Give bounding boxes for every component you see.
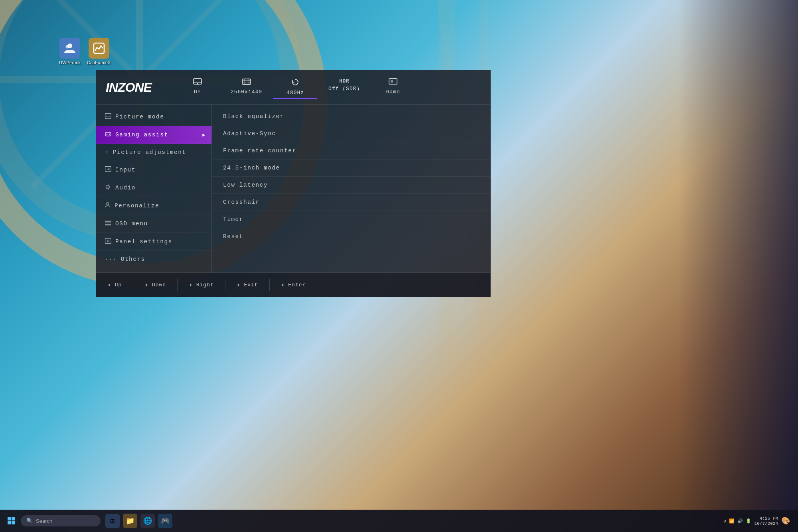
right-item-timer[interactable]: Timer: [212, 211, 490, 228]
sidebar-item-picture-mode[interactable]: Picture mode: [96, 108, 211, 126]
desktop-icon-capframex[interactable]: CapFrameX: [87, 38, 111, 65]
taskbar: 🔍 Search ⊡ 📁 🌐 🎮 ∧ 📶 🔊 🔋 4:25 PM 10/7/20…: [0, 510, 798, 532]
search-placeholder: Search: [36, 518, 52, 524]
capframex-icon: [89, 38, 109, 59]
sidebar-item-personalize[interactable]: Personalize: [96, 197, 211, 215]
osd-topbar: INZONE DP 2560x1440 480Hz: [96, 70, 490, 105]
sidebar-item-osd-menu[interactable]: OSD menu: [96, 215, 211, 233]
picture-adjustment-icon: ≡: [105, 149, 109, 156]
uwpfrook-label: UWPFrook: [59, 60, 81, 65]
status-mode[interactable]: Game: [371, 76, 415, 99]
taskbar-sys: ∧ 📶 🔊 🔋 4:25 PM 10/7/2024 🎨: [724, 516, 795, 526]
picture-adjustment-label: Picture adjustment: [113, 149, 186, 156]
status-hdr[interactable]: HDR Off (SDR): [317, 76, 371, 99]
svg-point-25: [107, 134, 108, 135]
right-item-low-latency[interactable]: Low latency: [212, 177, 490, 194]
sys-icons: ∧ 📶 🔊 🔋: [724, 518, 751, 524]
right-item-reset[interactable]: Reset: [212, 228, 490, 245]
osd-main: Picture mode Gaming assist ≡ Picture adj…: [96, 105, 490, 272]
status-resolution[interactable]: 2560x1440: [219, 76, 273, 99]
resolution-label: 2560x1440: [231, 89, 262, 95]
svg-rect-38: [8, 517, 11, 520]
osd-status-items: DP 2560x1440 480Hz HDR Off (SDR): [176, 76, 481, 99]
osd-menu-label: OSD menu: [115, 221, 148, 227]
up-label: Up: [115, 282, 122, 288]
sidebar-item-panel-settings[interactable]: Panel settings: [96, 233, 211, 251]
osd-menu-icon: [105, 220, 111, 227]
sidebar-item-picture-adjustment[interactable]: ≡ Picture adjustment: [96, 144, 211, 161]
osd-right-panel: Black equalizer Adaptive-Sync Frame rate…: [212, 105, 490, 272]
sidebar-item-others[interactable]: ··· Others: [96, 251, 211, 268]
sidebar-item-audio[interactable]: Audio: [96, 179, 211, 197]
taskbar-search[interactable]: 🔍 Search: [21, 515, 101, 526]
search-icon: 🔍: [26, 518, 33, 524]
24-5-inch-label: 24.5-inch mode: [223, 165, 280, 171]
sidebar-item-input[interactable]: Input: [96, 161, 211, 179]
black-equalizer-label: Black equalizer: [223, 113, 284, 120]
right-item-adaptive-sync[interactable]: Adaptive-Sync: [212, 125, 490, 142]
start-button[interactable]: [3, 513, 19, 529]
mode-label: Game: [386, 89, 400, 95]
picture-mode-icon: [105, 113, 111, 120]
uwpfrook-icon: [59, 38, 80, 59]
input-icon: [193, 78, 202, 87]
svg-rect-39: [12, 517, 15, 520]
status-refresh[interactable]: 480Hz: [273, 76, 317, 99]
hdr-label: Off (SDR): [328, 86, 360, 92]
audio-icon: [105, 184, 111, 191]
right-item-black-equalizer[interactable]: Black equalizer: [212, 108, 490, 125]
enter-label: Enter: [288, 282, 306, 288]
svg-rect-36: [105, 238, 111, 244]
low-latency-label: Low latency: [223, 182, 268, 188]
nav-up-button[interactable]: ✦ Up: [96, 278, 133, 292]
svg-rect-22: [105, 114, 111, 119]
refresh-label: 480Hz: [286, 90, 304, 96]
taskbar-icon-folder[interactable]: 📁: [123, 514, 137, 528]
right-item-24-5-inch[interactable]: 24.5-inch mode: [212, 160, 490, 177]
personalize-icon: [105, 202, 111, 209]
nav-exit-button[interactable]: ✦ Exit: [225, 278, 269, 292]
desktop-icon-uwpfrook[interactable]: UWPFrook: [59, 38, 81, 65]
gaming-assist-icon: [105, 131, 111, 138]
svg-marker-30: [106, 185, 109, 189]
sidebar-item-gaming-assist[interactable]: Gaming assist: [96, 126, 211, 144]
down-nav-icon: ✦: [144, 281, 149, 289]
right-item-crosshair[interactable]: Crosshair: [212, 194, 490, 211]
nav-right-button[interactable]: ✦ Right: [178, 278, 225, 292]
audio-label: Audio: [115, 185, 136, 191]
picture-mode-label: Picture mode: [115, 114, 164, 120]
panel-settings-icon: [105, 238, 111, 245]
svg-rect-21: [391, 80, 393, 83]
taskbar-icons: ⊡ 📁 🌐 🎮: [105, 514, 172, 528]
svg-rect-40: [8, 521, 11, 524]
sys-time: 4:25 PM: [760, 516, 778, 521]
adaptive-sync-label: Adaptive-Sync: [223, 130, 276, 137]
hdr-icon: HDR: [339, 78, 349, 84]
right-item-frame-rate-counter[interactable]: Frame rate counter: [212, 142, 490, 160]
osd-bottom-nav: ✦ Up ✦ Down ✦ Right ✦ Exit ✦ Enter: [96, 272, 490, 297]
svg-rect-24: [105, 132, 111, 136]
up-nav-icon: ✦: [107, 281, 112, 289]
others-label: Others: [121, 256, 145, 262]
osd-sidebar: Picture mode Gaming assist ≡ Picture adj…: [96, 105, 212, 272]
others-icon: ···: [105, 256, 117, 262]
crosshair-label: Crosshair: [223, 199, 260, 205]
taskbar-icon-chrome[interactable]: 🌐: [140, 514, 155, 528]
personalize-label: Personalize: [115, 203, 159, 209]
input-menu-icon: [105, 166, 111, 173]
osd-overlay: INZONE DP 2560x1440 480Hz: [96, 70, 491, 297]
svg-rect-41: [12, 521, 15, 524]
down-label: Down: [152, 282, 166, 288]
reset-label: Reset: [223, 233, 243, 240]
right-nav-icon: ✦: [189, 281, 193, 289]
exit-nav-icon: ✦: [237, 281, 241, 289]
taskbar-icon-taskview[interactable]: ⊡: [105, 514, 120, 528]
nav-down-button[interactable]: ✦ Down: [133, 278, 177, 292]
osd-brand: INZONE: [106, 80, 152, 95]
status-input[interactable]: DP: [176, 76, 219, 99]
taskbar-icon-steam[interactable]: 🎮: [158, 514, 172, 528]
gaming-assist-label: Gaming assist: [115, 132, 168, 138]
svg-point-37: [107, 240, 109, 242]
timer-label: Timer: [223, 216, 243, 223]
nav-enter-button[interactable]: ✦ Enter: [270, 278, 317, 292]
